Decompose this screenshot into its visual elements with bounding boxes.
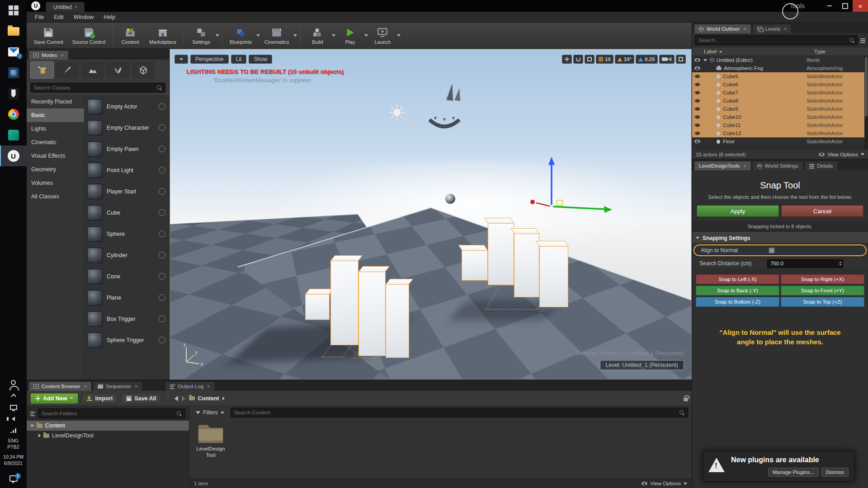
- close-tab-icon[interactable]: [135, 384, 137, 389]
- close-tab-icon[interactable]: [743, 26, 746, 32]
- placeable-item[interactable]: Cone: [85, 266, 169, 287]
- folder-asset-tile[interactable]: LevelDesign Tool: [195, 422, 226, 459]
- drag-handle-icon[interactable]: [159, 145, 165, 152]
- outliner-actor-row[interactable]: Floor StaticMeshActor: [692, 137, 864, 145]
- drag-handle-icon[interactable]: [159, 252, 165, 258]
- current-level-label[interactable]: Level: Untitled_1 (Persistent): [600, 360, 684, 370]
- settings-dropdown-icon[interactable]: [216, 34, 219, 37]
- close-button[interactable]: [853, 0, 868, 12]
- column-label[interactable]: Label: [692, 49, 810, 54]
- outliner-actor-row[interactable]: Cube11 StaticMeshActor: [692, 121, 864, 129]
- placeable-item[interactable]: Sphere Trigger: [85, 329, 169, 351]
- placement-category[interactable]: Recently Placed: [27, 95, 84, 108]
- outliner-search-box[interactable]: [695, 35, 858, 45]
- build-dropdown-icon[interactable]: [332, 34, 335, 37]
- snap-direction-button[interactable]: Snap to Right (+X): [781, 274, 864, 284]
- import-button[interactable]: Import: [82, 393, 118, 404]
- placement-category[interactable]: All Classes: [27, 190, 84, 203]
- menu-item[interactable]: Help: [99, 13, 120, 22]
- photos-button[interactable]: [0, 62, 27, 83]
- drag-handle-icon[interactable]: [159, 230, 165, 237]
- drag-handle-icon[interactable]: [159, 124, 165, 131]
- placeable-item[interactable]: Player Start: [85, 181, 169, 202]
- dismiss-button[interactable]: Dismiss: [821, 468, 849, 477]
- tab-modes[interactable]: Modes: [28, 50, 69, 60]
- expander-icon[interactable]: [38, 434, 41, 437]
- translate-tool-button[interactable]: [562, 55, 572, 64]
- close-tab-icon[interactable]: [784, 26, 787, 32]
- close-tab-icon[interactable]: [207, 384, 210, 389]
- drag-handle-icon[interactable]: [159, 273, 165, 280]
- placeable-item[interactable]: Cylinder: [85, 244, 169, 266]
- play-dropdown-icon[interactable]: [364, 34, 368, 37]
- minimize-button[interactable]: [822, 0, 837, 12]
- blueprints-dropdown-icon[interactable]: [256, 34, 260, 37]
- viewport-options-button[interactable]: [175, 55, 188, 64]
- mail-button[interactable]: 2: [0, 42, 27, 62]
- start-button[interactable]: [0, 0, 27, 21]
- people-button[interactable]: [0, 378, 27, 389]
- visibility-eye-icon[interactable]: [694, 131, 700, 135]
- menu-item[interactable]: Edit: [49, 13, 68, 22]
- drag-handle-icon[interactable]: [159, 188, 165, 195]
- cancel-button[interactable]: Cancel: [781, 205, 863, 217]
- camera-mode-button[interactable]: Perspective: [190, 55, 229, 64]
- paint-mode-button[interactable]: [56, 61, 79, 79]
- display-tray-button[interactable]: [0, 401, 27, 413]
- visibility-eye-icon[interactable]: [694, 66, 700, 70]
- visibility-eye-icon[interactable]: [694, 91, 700, 94]
- placeable-item[interactable]: Plane: [85, 287, 169, 308]
- network-tray-button[interactable]: [0, 425, 27, 436]
- selected-cube-mesh[interactable]: [514, 234, 539, 297]
- placement-category[interactable]: Cinematic: [27, 136, 84, 149]
- snap-direction-button[interactable]: Snap to Top (+Z): [781, 297, 864, 307]
- tab-levels[interactable]: Levels: [752, 24, 792, 33]
- folder-tree-row[interactable]: LevelDesignTool: [27, 431, 189, 441]
- outliner-actor-row[interactable]: Cube9 StaticMeshActor: [692, 105, 864, 113]
- outliner-actor-row[interactable]: Untitled (Editor) World: [692, 56, 864, 64]
- file-explorer-button[interactable]: [0, 21, 27, 42]
- marketplace-button[interactable]: Marketplace: [145, 24, 181, 47]
- transform-gizmo[interactable]: [518, 156, 622, 224]
- manage-plugins-button[interactable]: Manage Plugins...: [768, 468, 819, 477]
- rotate-tool-button[interactable]: [573, 55, 583, 64]
- save-all-button[interactable]: Save All: [121, 393, 161, 404]
- forward-button[interactable]: [182, 396, 185, 401]
- build-button[interactable]: Build: [303, 24, 332, 47]
- view-options-button[interactable]: View Options: [819, 152, 864, 157]
- tab-content-browser[interactable]: Content Browser: [28, 381, 92, 391]
- action-center-button[interactable]: 3: [0, 469, 27, 488]
- scrollbar-thumb[interactable]: [865, 57, 868, 117]
- assets-search-box[interactable]: [231, 408, 688, 418]
- close-tab-icon[interactable]: [743, 163, 746, 169]
- selected-cube-mesh[interactable]: [462, 250, 487, 280]
- expander-icon[interactable]: [703, 59, 707, 61]
- close-tab-icon[interactable]: [84, 384, 87, 389]
- atmospheric-fog-sprite[interactable]: [426, 115, 463, 135]
- unreal-engine-button[interactable]: [0, 145, 27, 166]
- placeable-item[interactable]: Sphere: [85, 223, 169, 244]
- column-type[interactable]: Type: [810, 49, 868, 54]
- outliner-actor-row[interactable]: Cube6 StaticMeshActor: [692, 80, 864, 89]
- visibility-eye-icon[interactable]: [694, 83, 700, 86]
- selected-cube-mesh[interactable]: [386, 284, 409, 357]
- settings-button[interactable]: Settings: [187, 24, 216, 47]
- snapping-settings-header[interactable]: Snapping Settings: [692, 232, 868, 244]
- grid-snap-button[interactable]: 10: [596, 55, 613, 64]
- outliner-scrollbar[interactable]: [864, 56, 868, 149]
- visibility-eye-icon[interactable]: [694, 123, 700, 127]
- scale-tool-button[interactable]: [585, 55, 594, 64]
- reflection-sphere-actor[interactable]: [445, 194, 455, 204]
- volume-tray-button[interactable]: [0, 413, 27, 425]
- source-control-button[interactable]: Source Control: [68, 24, 110, 47]
- language-indicator[interactable]: ENG PTB2: [0, 436, 27, 452]
- visibility-eye-icon[interactable]: [694, 58, 700, 62]
- geometry-mode-button[interactable]: [132, 61, 155, 79]
- chrome-button[interactable]: [0, 104, 27, 125]
- filters-button[interactable]: Filters: [193, 408, 227, 417]
- classes-search-box[interactable]: [30, 83, 165, 93]
- show-hidden-icons-button[interactable]: [0, 389, 27, 401]
- selected-cube-mesh[interactable]: [359, 272, 385, 356]
- app-teal-button[interactable]: [0, 125, 27, 145]
- tab-output-log[interactable]: Output Log: [165, 381, 215, 391]
